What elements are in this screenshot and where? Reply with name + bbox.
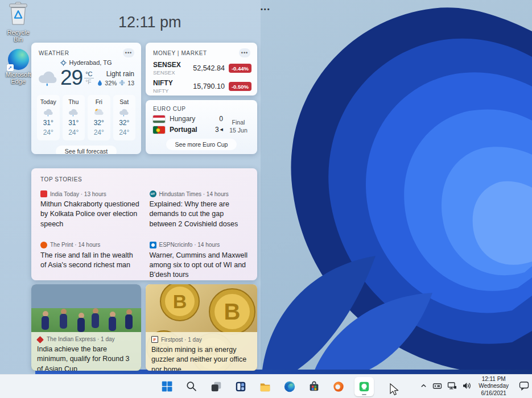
running-indicator bbox=[362, 394, 366, 395]
market-row[interactable]: SENSEX SENSEX 52,542.84 -0.44% bbox=[146, 57, 257, 76]
file-explorer-button[interactable] bbox=[257, 378, 274, 395]
firstpost-logo-icon: F bbox=[151, 336, 158, 343]
weather-location: Hyderabad, TG bbox=[69, 59, 112, 66]
winner-marker-icon: ◀ bbox=[220, 127, 223, 132]
team-score: 3 bbox=[215, 126, 219, 134]
team-score: 0 bbox=[219, 115, 223, 123]
microsoft-store-icon bbox=[308, 380, 320, 393]
edge-button[interactable] bbox=[281, 378, 298, 395]
current-temperature: 29 bbox=[60, 66, 83, 90]
location-icon bbox=[60, 60, 67, 66]
news-card-football[interactable]: The Indian Express · 1 day India achieve… bbox=[31, 284, 141, 371]
shortcut-arrow-icon: ➚ bbox=[7, 64, 14, 71]
see-more-eurocup-button[interactable]: See more Euro Cup bbox=[166, 139, 237, 150]
edge-desktop-icon[interactable]: ➚ Microsoft Edge bbox=[2, 49, 34, 85]
widgets-clock: 12:11 pm bbox=[118, 14, 182, 31]
forecast-row: Today 31° 24° Thu 31° 24° Fri 32° 24° Sa… bbox=[31, 90, 141, 140]
chevron-up-icon bbox=[420, 382, 427, 389]
news-caption: F Firstpost · 1 day Bitcoin mining is an… bbox=[146, 332, 257, 371]
index-value: 15,790.10 bbox=[193, 82, 225, 90]
remote-device-icon bbox=[432, 382, 442, 390]
fahrenheit-toggle[interactable]: °F bbox=[84, 78, 92, 85]
humidity-icon bbox=[97, 80, 102, 86]
news-card-bitcoin[interactable]: B B B B F Firstpost · 1 day Bitcoin mini… bbox=[146, 284, 257, 371]
top-stories-widget: TOP STORIES India Today · 13 hours Mithu… bbox=[31, 168, 257, 280]
svg-text:B: B bbox=[173, 291, 187, 312]
story-item[interactable]: The Print · 14 hours The rise and fall i… bbox=[40, 242, 141, 280]
tray-volume-button[interactable] bbox=[462, 382, 472, 392]
rain-cloud-icon bbox=[118, 108, 130, 117]
news-caption: The Indian Express · 1 day India achieve… bbox=[31, 332, 141, 371]
svg-text:B: B bbox=[224, 299, 241, 324]
market-row[interactable]: NIFTY NIFTY 15,790.10 -0.50% bbox=[146, 76, 257, 94]
weather-title: WEATHER bbox=[39, 50, 69, 56]
change-badge: -0.44% bbox=[229, 64, 251, 73]
story-item[interactable]: ESPNcricinfo · 14 hours Warner, Cummins … bbox=[150, 242, 250, 280]
office-button[interactable] bbox=[330, 378, 347, 395]
task-view-button[interactable] bbox=[208, 378, 225, 395]
rain-cloud-icon bbox=[43, 108, 54, 117]
forecast-day[interactable]: Thu 31° 24° bbox=[63, 95, 85, 140]
wind-value: 13 bbox=[127, 80, 134, 86]
weather-widget[interactable]: WEATHER ••• Hyderabad, TG 29 °C °F Light… bbox=[31, 43, 141, 154]
match-status: Final 15 Jun bbox=[225, 118, 251, 134]
story-item[interactable]: HT Hindustan Times · 14 hours Explained:… bbox=[150, 190, 250, 229]
taskbar: 12:11 PM Wednesday 6/16/2021 bbox=[0, 374, 532, 398]
tray-chevron-button[interactable] bbox=[420, 382, 427, 391]
search-button[interactable] bbox=[183, 378, 200, 395]
mouse-cursor bbox=[389, 383, 399, 396]
office-icon bbox=[332, 380, 345, 393]
forecast-day[interactable]: Fri 32° 24° bbox=[88, 95, 110, 140]
notification-center-button[interactable] bbox=[519, 381, 529, 392]
green-app-icon bbox=[358, 380, 370, 393]
eurocup-title: EURO CUP bbox=[153, 106, 186, 112]
espncricinfo-logo-icon bbox=[150, 242, 156, 248]
widgets-icon bbox=[234, 380, 247, 393]
windows-logo-icon bbox=[161, 380, 173, 392]
file-explorer-icon bbox=[259, 380, 271, 393]
india-today-logo-icon bbox=[40, 190, 47, 197]
see-full-forecast-button[interactable]: See full forecast bbox=[56, 146, 117, 154]
change-badge: -0.50% bbox=[229, 82, 251, 91]
ethernet-network-icon bbox=[447, 382, 457, 390]
portugal-flag-icon bbox=[153, 126, 165, 134]
tray-device-button[interactable] bbox=[432, 382, 442, 392]
story-item[interactable]: India Today · 13 hours Mithun Chakrabort… bbox=[40, 190, 141, 229]
forecast-day[interactable]: Today 31° 24° bbox=[37, 95, 60, 140]
edge-icon bbox=[283, 380, 296, 393]
hungary-flag-icon bbox=[153, 115, 165, 123]
sun-cloud-icon bbox=[93, 108, 105, 117]
active-app-button[interactable] bbox=[354, 377, 374, 396]
weather-condition: Light rain bbox=[106, 70, 134, 78]
microsoft-store-button[interactable] bbox=[306, 378, 323, 395]
speaker-icon bbox=[462, 382, 472, 390]
humidity-value: 32% bbox=[105, 80, 117, 86]
forecast-day[interactable]: Sat 32° 24° bbox=[113, 95, 136, 140]
widgets-button[interactable] bbox=[232, 378, 249, 395]
recycle-bin-desktop-icon[interactable]: Recycle Bin bbox=[2, 2, 34, 43]
recycle-bin-icon bbox=[7, 2, 29, 26]
edge-logo-icon: ➚ bbox=[8, 49, 29, 70]
weather-options-button[interactable]: ••• bbox=[123, 48, 134, 57]
rain-cloud-icon bbox=[68, 108, 79, 117]
indian-express-logo-icon bbox=[36, 336, 44, 343]
the-print-logo-icon bbox=[40, 242, 47, 248]
market-title: MONEY | MARKET bbox=[153, 50, 207, 56]
desktop: 12:11 pm ••• WEATHER ••• Hyderabad, TG 2… bbox=[0, 0, 532, 398]
widgets-more-options-button[interactable]: ••• bbox=[261, 6, 271, 13]
hindustan-times-logo-icon: HT bbox=[150, 190, 156, 197]
market-options-button[interactable]: ••• bbox=[239, 48, 250, 57]
eurocup-widget[interactable]: EURO CUP Hungary 0 Portugal 3 ◀ Final 15… bbox=[146, 100, 257, 154]
task-view-icon bbox=[210, 380, 222, 393]
index-value: 52,542.84 bbox=[193, 64, 225, 72]
celsius-toggle[interactable]: °C bbox=[84, 71, 93, 78]
start-button[interactable] bbox=[159, 378, 176, 395]
tray-network-button[interactable] bbox=[447, 382, 457, 392]
top-stories-title: TOP STORIES bbox=[31, 168, 257, 183]
rain-cloud-icon bbox=[36, 69, 59, 86]
market-widget[interactable]: MONEY | MARKET ••• SENSEX SENSEX 52,542.… bbox=[146, 43, 257, 96]
search-icon bbox=[185, 380, 197, 392]
wind-icon bbox=[119, 80, 125, 86]
tray-clock[interactable]: 12:11 PM Wednesday 6/16/2021 bbox=[477, 376, 510, 397]
wallpaper-bloom bbox=[245, 0, 532, 374]
